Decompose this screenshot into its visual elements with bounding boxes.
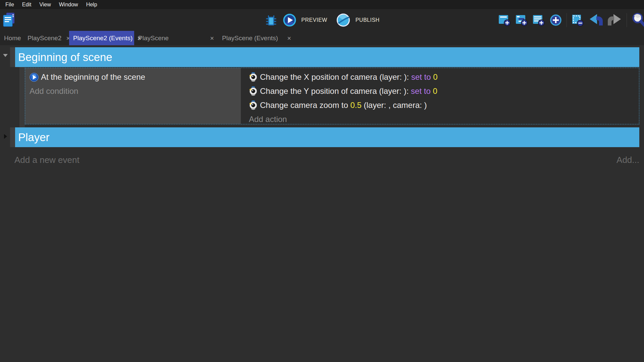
add-action-label: Add action [249,115,287,124]
tab-playscene2[interactable]: PlayScene2 × [23,31,69,45]
tab-close-icon[interactable]: × [282,35,291,42]
debug-icon[interactable] [264,13,278,27]
event-indent-strip [19,67,25,127]
action-text: Change camera zoom to [260,101,350,110]
tab-playscene-events[interactable]: PlayScene (Events) × [218,31,295,45]
action-operator: set to [411,72,431,82]
preview-label[interactable]: PREVIEW [301,17,327,23]
camera-action-icon [249,86,258,96]
group-drag-handle[interactable] [10,47,15,67]
actions-cell[interactable]: Change the X position of camera (layer: … [241,68,639,124]
menu-help[interactable]: Help [82,0,101,9]
add-event-icon[interactable] [498,14,511,26]
tab-home[interactable]: Home [0,31,23,45]
action-item[interactable]: Change the X position of camera (layer: … [249,70,639,84]
action-value: 0 [431,72,438,82]
action-value: 0 [431,86,437,96]
action-value: 0.5 [350,101,361,110]
tab-label: PlayScene [138,35,169,42]
remove-selection-icon[interactable] [571,14,584,26]
camera-action-icon [249,72,258,82]
conditions-cell[interactable]: At the beginning of the scene Add condit… [25,68,241,124]
tab-playscene2-events[interactable]: PlayScene2 (Events) × [69,31,134,45]
publish-globe-icon[interactable] [336,13,351,27]
camera-action-icon [249,101,258,110]
action-text: Change the Y position of camera (layer: … [260,86,411,96]
tab-label: PlayScene2 (Events) [73,35,132,42]
redo-icon[interactable] [607,13,622,27]
menu-file[interactable]: File [1,0,18,9]
start-scene-condition-icon [30,73,39,82]
group-title: Beginning of scene [18,51,112,64]
tab-label: Home [4,35,21,42]
tab-close-icon[interactable]: × [205,35,214,42]
main-toolbar: PREVIEW PUBLISH [0,9,644,31]
toolbar-center-group: PREVIEW PUBLISH [264,9,379,31]
add-condition-button[interactable]: Add condition [30,84,241,98]
action-text: (layer: , camera: ) [362,101,427,110]
menu-bar: File Edit View Window Help [0,0,644,9]
add-condition-label: Add condition [30,86,78,96]
add-new-event-button[interactable]: Add a new event [14,153,79,167]
menu-edit[interactable]: Edit [18,0,36,9]
tab-playscene[interactable]: PlayScene × [134,31,218,45]
project-manager-icon[interactable] [3,12,15,27]
preview-play-icon[interactable] [282,13,297,27]
condition-item[interactable]: At the beginning of the scene [30,70,241,84]
menu-window[interactable]: Window [55,0,82,9]
toolbar-separator [627,13,627,27]
event-row[interactable]: At the beginning of the scene Add condit… [25,68,639,124]
add-action-button[interactable]: Add action [249,112,639,124]
add-subevent-icon[interactable] [515,14,528,26]
search-icon[interactable] [631,12,644,28]
publish-label[interactable]: PUBLISH [356,17,380,23]
tab-label: PlayScene2 [28,35,61,42]
add-more-circle-icon[interactable] [549,14,562,26]
toolbar-separator [567,13,567,27]
action-item[interactable]: Change the Y position of camera (layer: … [249,84,639,98]
group-title: Player [18,131,50,144]
collapse-arrow-icon[interactable] [4,134,7,139]
action-operator: set to [411,86,431,96]
undo-icon[interactable] [588,13,603,27]
action-item[interactable]: Change camera zoom to 0.5 (layer: , came… [249,98,639,112]
menu-view[interactable]: View [35,0,55,9]
event-group-header[interactable]: Beginning of scene [15,47,639,67]
action-text: Change the X position of camera (layer: … [260,72,411,82]
add-comment-icon[interactable] [532,14,545,26]
condition-text: At the beginning of the scene [41,72,145,82]
events-sheet: Beginning of scene At the beginning of t… [0,45,644,362]
collapse-arrow-icon[interactable] [3,54,8,57]
group-drag-handle[interactable] [10,127,15,147]
event-group-header[interactable]: Player [15,127,639,147]
add-more-button[interactable]: Add... [616,153,639,167]
tab-bar: Home PlayScene2 × PlayScene2 (Events) × … [0,31,644,45]
toolbar-right-group [498,9,644,31]
tab-label: PlayScene (Events) [222,35,278,42]
